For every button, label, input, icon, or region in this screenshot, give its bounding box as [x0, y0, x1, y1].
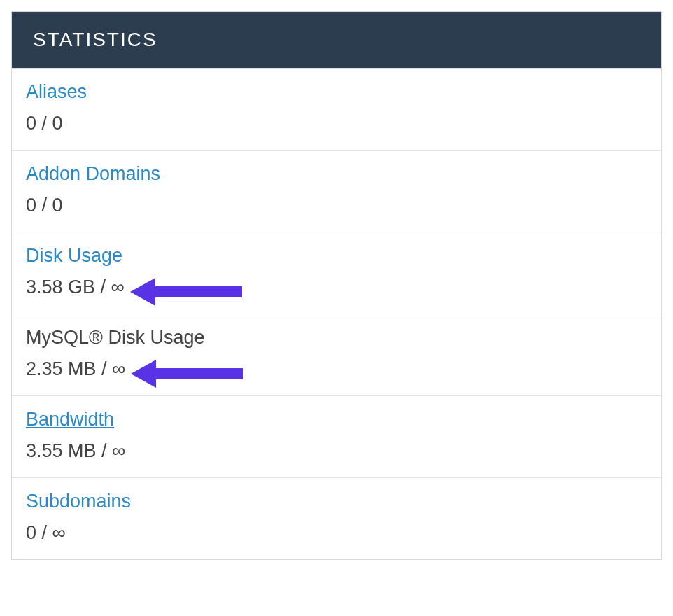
statistics-panel: STATISTICS Aliases 0 / 0 Addon Domains 0…: [11, 11, 662, 560]
stat-row-subdomains: Subdomains 0 / ∞: [12, 477, 661, 559]
mysql-disk-usage-value: 2.35 MB / ∞: [26, 358, 125, 380]
subdomains-value: 0 / ∞: [26, 522, 66, 544]
stat-row-bandwidth: Bandwidth 3.55 MB / ∞: [12, 396, 661, 477]
bandwidth-link[interactable]: Bandwidth: [26, 409, 114, 430]
stat-row-addon-domains: Addon Domains 0 / 0: [12, 150, 661, 232]
svg-marker-1: [131, 360, 243, 388]
arrow-annotation-icon: [131, 358, 243, 389]
mysql-disk-usage-label: MySQL® Disk Usage: [26, 327, 204, 349]
stat-row-aliases: Aliases 0 / 0: [12, 68, 661, 150]
stat-row-disk-usage: Disk Usage 3.58 GB / ∞: [12, 232, 661, 314]
stat-row-mysql-disk-usage: MySQL® Disk Usage 2.35 MB / ∞: [12, 314, 661, 396]
bandwidth-value: 3.55 MB / ∞: [26, 440, 125, 462]
addon-domains-value: 0 / 0: [26, 195, 63, 216]
subdomains-link[interactable]: Subdomains: [26, 491, 131, 512]
arrow-annotation-icon: [130, 276, 242, 307]
panel-title: STATISTICS: [12, 12, 661, 68]
addon-domains-link[interactable]: Addon Domains: [26, 163, 160, 185]
aliases-value: 0 / 0: [26, 113, 63, 134]
svg-marker-0: [130, 278, 242, 306]
disk-usage-link[interactable]: Disk Usage: [26, 245, 122, 267]
disk-usage-value: 3.58 GB / ∞: [26, 276, 125, 298]
aliases-link[interactable]: Aliases: [26, 81, 87, 103]
